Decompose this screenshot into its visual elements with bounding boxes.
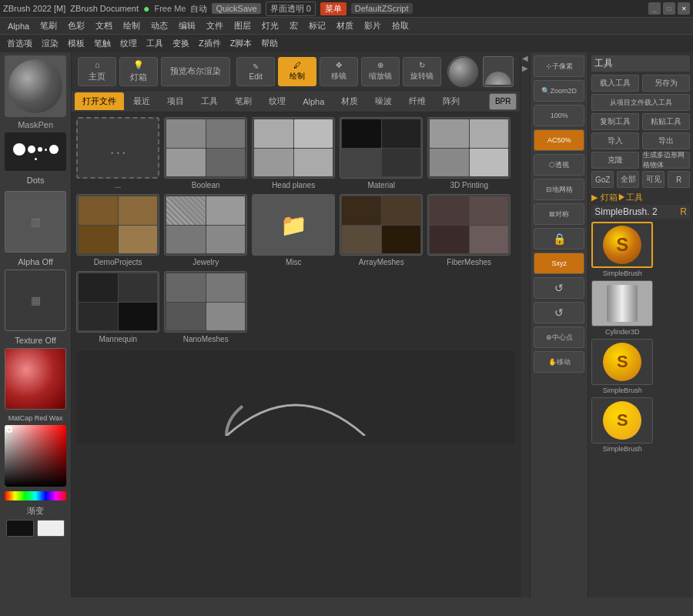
all-btn[interactable]: 全部 xyxy=(617,171,639,188)
load-tool-btn[interactable]: 载入工具 xyxy=(591,75,639,92)
menu-light[interactable]: 灯光 xyxy=(257,18,283,33)
brush-preview[interactable] xyxy=(5,55,66,117)
tab-brush[interactable]: 笔刷 xyxy=(227,92,259,110)
auto-label[interactable]: 自动 xyxy=(190,3,207,15)
folder-material[interactable] xyxy=(340,117,423,179)
list-item[interactable]: 3D Printing xyxy=(427,117,511,189)
saveas-btn[interactable]: 另存为 xyxy=(642,75,690,92)
tab-fiber[interactable]: 纤维 xyxy=(401,92,434,110)
zoom2d-btn[interactable]: 🔍 Zoom2D xyxy=(534,80,584,102)
hue-bar[interactable] xyxy=(5,491,66,500)
menu-brush[interactable]: 笔刷 xyxy=(35,18,62,33)
list-item[interactable]: FiberMeshes xyxy=(427,194,511,266)
folder-jewelry[interactable] xyxy=(164,194,247,256)
tab-material[interactable]: 材质 xyxy=(333,92,366,110)
subpixel-btn[interactable]: ⊹ 子像素 xyxy=(534,55,584,77)
tab-noise[interactable]: 噪波 xyxy=(367,92,400,110)
menu-anim[interactable]: 动态 xyxy=(146,18,172,33)
multimesh-btn[interactable]: 生成多边形网格物体 xyxy=(642,152,690,169)
brush-item-1[interactable]: S SimpleBrush xyxy=(591,222,653,277)
paste-btn[interactable]: 粘贴工具 xyxy=(642,113,690,130)
tb-tool[interactable]: 工具 xyxy=(142,36,167,51)
move2-btn[interactable]: ✋ 移动 xyxy=(534,351,584,373)
menu-edit[interactable]: 编辑 xyxy=(174,18,200,33)
folder-array[interactable] xyxy=(340,194,423,256)
list-item[interactable]: Boolean xyxy=(164,117,247,189)
sphere-preview[interactable] xyxy=(447,56,478,87)
menu-pickup[interactable]: 拾取 xyxy=(387,18,413,33)
tab-tool[interactable]: 工具 xyxy=(193,92,226,110)
folder-up[interactable]: … xyxy=(76,117,159,179)
quicksave-btn[interactable]: QuickSave xyxy=(212,3,260,14)
script-label[interactable]: DefaultZScript xyxy=(351,3,413,14)
close-btn[interactable]: ✕ xyxy=(678,2,690,15)
folder-head[interactable] xyxy=(252,117,335,179)
menu-material[interactable]: 材质 xyxy=(332,18,358,33)
folder-3dp[interactable] xyxy=(427,117,511,179)
xyz-btn[interactable]: Sxyz xyxy=(534,253,584,274)
tb-render[interactable]: 渲染 xyxy=(38,36,62,51)
tb-stroke[interactable]: 笔触 xyxy=(90,36,115,51)
list-item[interactable]: ArrayMeshes xyxy=(340,194,423,266)
list-item[interactable]: … ... xyxy=(76,117,159,189)
color-picker[interactable] xyxy=(5,425,66,487)
tab-array[interactable]: 阵列 xyxy=(435,92,467,110)
floor-btn[interactable]: ⊟ 地网格 xyxy=(534,179,584,200)
export-btn[interactable]: 导出 xyxy=(642,132,690,149)
tb-transform[interactable]: 变换 xyxy=(169,36,193,51)
edit-btn[interactable]: ✎ Edit xyxy=(236,57,275,86)
minimize-btn[interactable]: _ xyxy=(648,2,661,15)
menu-draw[interactable]: 绘制 xyxy=(119,18,145,33)
folder-misc[interactable]: 📁 xyxy=(252,194,335,256)
folder-nano[interactable] xyxy=(164,271,247,333)
swatch-white[interactable] xyxy=(37,520,65,537)
move-btn[interactable]: ✥ 移镜 xyxy=(320,57,358,86)
menu-color[interactable]: 色彩 xyxy=(63,18,89,33)
copy-btn[interactable]: 复制工具 xyxy=(591,113,639,130)
right-sidebar-collapse[interactable]: ◀ ▶ xyxy=(520,52,530,598)
scale-btn[interactable]: ⊕ 缩放镜 xyxy=(361,57,400,86)
menu-alpha[interactable]: Alpha xyxy=(3,20,34,32)
menu-doc[interactable]: 文档 xyxy=(91,18,117,33)
tab-alpha[interactable]: Alpha xyxy=(295,94,332,109)
swatch-black[interactable] xyxy=(6,520,34,537)
home-btn[interactable]: ⌂ 主页 xyxy=(78,57,116,86)
draw-btn[interactable]: 🖊 绘制 xyxy=(278,57,316,86)
lightbox-btn[interactable]: 💡 灯箱 xyxy=(119,57,158,86)
preview-btn[interactable]: 预览布尔渲染 xyxy=(161,57,230,86)
tb-texture[interactable]: 纹理 xyxy=(116,36,141,51)
brush-item-2[interactable]: Cylinder3D xyxy=(591,280,653,336)
brush-item-3[interactable]: S SimpleBrush xyxy=(591,339,653,394)
from-project-btn[interactable]: 从项目文件载入工具 xyxy=(591,94,690,111)
tb-prefs[interactable]: 首选项 xyxy=(3,36,36,51)
folder-boolean[interactable] xyxy=(164,117,247,179)
perspective-btn[interactable]: ⬡ 透视 xyxy=(534,154,584,176)
ac50-btn[interactable]: AC50% xyxy=(534,129,584,151)
menu-marker[interactable]: 标记 xyxy=(304,18,330,33)
visible-btn[interactable]: 可见 xyxy=(642,171,665,188)
tb-zplugin[interactable]: Z插件 xyxy=(195,36,225,51)
menu-layer[interactable]: 图层 xyxy=(229,18,256,33)
goz-btn[interactable]: GoZ xyxy=(591,171,614,188)
brush-item-4[interactable]: S SimpleBrush xyxy=(591,397,653,453)
menu-macro[interactable]: 宏 xyxy=(285,18,303,33)
symmetry-btn[interactable]: ⊠ 对称 xyxy=(534,203,584,225)
menu-file[interactable]: 文件 xyxy=(202,18,228,33)
tb-help[interactable]: 帮助 xyxy=(257,36,282,51)
list-item[interactable]: Mannequin xyxy=(76,271,159,343)
zoom100-btn[interactable]: 100% xyxy=(534,105,584,126)
rotate1-btn[interactable]: ↺ xyxy=(534,277,584,299)
center-btn[interactable]: ⊕ 中心点 xyxy=(534,326,584,348)
free-label[interactable]: Free Me xyxy=(154,4,186,13)
list-item[interactable]: 📁 Misc xyxy=(252,194,335,266)
dots-preview[interactable] xyxy=(5,132,66,171)
maximize-btn[interactable]: □ xyxy=(663,2,675,15)
rotate2-btn[interactable]: ↺ xyxy=(534,302,584,323)
matcap-preview[interactable] xyxy=(5,348,66,410)
tb-zscript[interactable]: Z脚本 xyxy=(226,36,256,51)
tab-texture[interactable]: 纹理 xyxy=(261,92,293,110)
folder-manni[interactable] xyxy=(76,271,159,333)
texture-preview[interactable]: ▦ xyxy=(5,270,66,331)
import-btn[interactable]: 导入 xyxy=(591,132,639,149)
list-item[interactable]: DemoProjects xyxy=(76,194,159,266)
